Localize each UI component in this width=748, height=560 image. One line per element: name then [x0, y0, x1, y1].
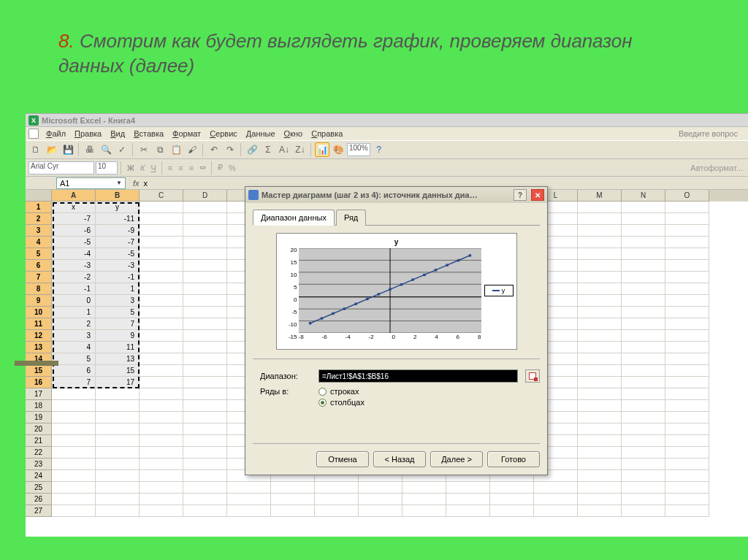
cell[interactable] [622, 330, 665, 342]
cell[interactable] [227, 505, 271, 517]
cell[interactable] [140, 248, 183, 260]
paste-icon[interactable]: 📋 [169, 142, 183, 157]
cell[interactable]: 1 [96, 283, 140, 295]
select-all-corner[interactable] [26, 190, 52, 202]
format-painter-icon[interactable]: 🖌 [185, 142, 199, 157]
cell[interactable] [622, 459, 665, 470]
row-header[interactable]: 8 [26, 283, 52, 295]
cell[interactable] [96, 494, 140, 505]
cell[interactable] [52, 388, 96, 400]
underline-icon[interactable]: Ч [148, 164, 158, 172]
fx-icon[interactable]: fx [133, 179, 140, 188]
align-left-icon[interactable]: ≡ [166, 164, 175, 172]
cell[interactable] [665, 412, 709, 423]
cell[interactable] [578, 260, 622, 272]
cell[interactable] [140, 318, 183, 330]
zoom-combo[interactable]: 100% [347, 143, 370, 156]
cell[interactable] [490, 482, 534, 494]
cell[interactable] [402, 482, 446, 494]
cell[interactable] [622, 388, 665, 400]
row-header[interactable]: 16 [26, 377, 52, 388]
cell[interactable] [622, 342, 665, 353]
cell[interactable] [140, 365, 183, 377]
cell[interactable] [665, 283, 709, 295]
row-header[interactable]: 1 [26, 202, 52, 213]
open-icon[interactable]: 📂 [45, 142, 59, 157]
cell[interactable] [622, 225, 665, 237]
cell[interactable] [183, 459, 227, 470]
cell[interactable]: x [52, 202, 96, 213]
cell[interactable]: -11 [96, 213, 140, 225]
cell[interactable] [578, 318, 622, 330]
row-header[interactable]: 12 [26, 330, 52, 342]
cell[interactable] [183, 202, 227, 213]
align-center-icon[interactable]: ≡ [176, 164, 185, 172]
cell[interactable] [52, 447, 96, 459]
cell[interactable] [140, 470, 183, 482]
row-header[interactable]: 17 [26, 388, 52, 400]
chart-wizard-icon[interactable]: 📊 [315, 142, 329, 157]
cell[interactable] [622, 307, 665, 318]
column-header-N[interactable]: N [622, 190, 665, 202]
tab-series[interactable]: Ряд [336, 210, 366, 226]
help-icon[interactable]: ? [372, 142, 386, 157]
cell[interactable] [578, 342, 622, 353]
cell[interactable] [183, 248, 227, 260]
cell[interactable] [578, 377, 622, 388]
cell[interactable] [140, 377, 183, 388]
currency-icon[interactable]: ₽ [215, 163, 225, 172]
cell[interactable] [665, 365, 709, 377]
cell[interactable] [96, 388, 140, 400]
cell[interactable] [622, 494, 665, 505]
cell[interactable]: 11 [96, 342, 140, 353]
row-header[interactable]: 4 [26, 237, 52, 248]
cell[interactable] [140, 225, 183, 237]
cell[interactable] [665, 494, 709, 505]
back-button[interactable]: < Назад [373, 451, 426, 467]
cell[interactable] [665, 435, 709, 447]
menu-формат[interactable]: Формат [168, 128, 205, 139]
cell[interactable] [183, 225, 227, 237]
cell[interactable] [622, 447, 665, 459]
spellcheck-icon[interactable]: ✓ [115, 142, 129, 157]
cell[interactable] [183, 400, 227, 412]
cell[interactable]: 9 [96, 330, 140, 342]
cell[interactable]: 5 [52, 353, 96, 365]
cell[interactable] [665, 423, 709, 435]
save-icon[interactable]: 💾 [61, 142, 75, 157]
cell[interactable] [622, 260, 665, 272]
cell[interactable] [183, 388, 227, 400]
row-header[interactable]: 26 [26, 494, 52, 505]
cell[interactable] [183, 272, 227, 283]
autosum-icon[interactable]: Σ [261, 142, 275, 157]
cell[interactable] [96, 400, 140, 412]
cell[interactable] [490, 494, 534, 505]
cell[interactable] [183, 435, 227, 447]
cell[interactable] [140, 412, 183, 423]
cell[interactable]: -6 [52, 225, 96, 237]
cell[interactable] [183, 237, 227, 248]
row-header[interactable]: 10 [26, 307, 52, 318]
cell[interactable] [140, 213, 183, 225]
font-size-combo[interactable]: 10 [96, 161, 118, 174]
cell[interactable] [183, 377, 227, 388]
align-right-icon[interactable]: ≡ [187, 164, 196, 172]
cell[interactable] [622, 400, 665, 412]
cell[interactable] [665, 225, 709, 237]
cell[interactable] [227, 494, 271, 505]
cell[interactable]: 3 [96, 295, 140, 307]
cell[interactable] [622, 318, 665, 330]
cell[interactable] [665, 202, 709, 213]
cell[interactable] [578, 202, 622, 213]
menu-сервис[interactable]: Сервис [205, 128, 242, 139]
cell[interactable] [183, 482, 227, 494]
cell[interactable] [578, 447, 622, 459]
cell[interactable]: 13 [96, 353, 140, 365]
cell[interactable] [578, 505, 622, 517]
cell[interactable] [140, 330, 183, 342]
tab-data-range[interactable]: Диапазон данных [253, 210, 335, 226]
cell[interactable]: -1 [96, 272, 140, 283]
cell[interactable] [665, 482, 709, 494]
font-name-combo[interactable]: Arial Cyr [28, 161, 94, 174]
cell[interactable] [665, 505, 709, 517]
